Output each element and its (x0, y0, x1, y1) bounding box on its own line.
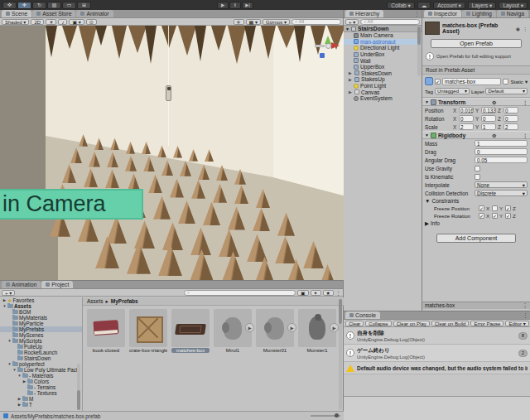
tab-naviga[interactable]: Naviga (497, 10, 528, 17)
gizmos-dropdown[interactable]: Gizmos ▾ (263, 19, 290, 25)
foldout-arrow-icon[interactable]: ▼ (425, 99, 429, 104)
hierarchy-scrollbar[interactable] (417, 27, 421, 76)
hierarchy-item-man-astronaut[interactable]: man-astronaut› (344, 39, 422, 46)
preset-icon[interactable]: ⚙ (492, 133, 496, 138)
console-entry[interactable]: Default audio device was changed, but th… (344, 362, 530, 374)
tab-scene[interactable]: Scene (2, 10, 31, 17)
hierarchy-item-wall[interactable]: Wall (344, 57, 422, 64)
foldout-arrow-icon[interactable]: ▶ (349, 89, 353, 94)
console-button-collapse[interactable]: Collapse (365, 321, 391, 326)
tab-lighting[interactable]: Lighting (462, 10, 496, 17)
checkbox-freeze-rotation-z[interactable]: ✓ (505, 213, 511, 219)
breadcrumb-assets[interactable]: Assets (87, 298, 104, 304)
project-item-book-closed[interactable]: book-closed (87, 309, 125, 412)
foldout-arrow-icon[interactable]: ▶ (2, 298, 7, 302)
transform-scale-z[interactable]: 2 (504, 123, 518, 130)
checkbox-use-gravity[interactable] (475, 166, 480, 171)
project-folder-t[interactable]: ▶T (0, 402, 82, 408)
checkbox-freeze-position-x[interactable]: ✓ (479, 205, 484, 211)
layer-dropdown[interactable]: Default▾ (485, 88, 528, 94)
transform-scale-x[interactable]: 2 (459, 123, 474, 130)
pause-button[interactable]: ‖ (229, 2, 241, 9)
transform-scale-y[interactable]: 1 (481, 123, 496, 130)
play-button[interactable]: ▶ (217, 2, 229, 9)
preview-arrow-icon[interactable]: ▶ (287, 323, 296, 332)
transform-component-header[interactable]: ▼ Transform ⚙ ⋮ (422, 98, 530, 106)
orientation-gizmo[interactable] (315, 32, 343, 60)
hand-tool[interactable]: ✜ (2, 2, 17, 9)
foldout-arrow-icon[interactable]: ▶ (349, 70, 353, 75)
foldout-arrow-icon[interactable]: ▶ (22, 379, 26, 384)
transform-position-x[interactable]: 0.016 (459, 107, 474, 113)
console-entry[interactable]: !自身を削除UnityEngine.Debug:Log(Object)8 (344, 327, 530, 345)
collab-button[interactable]: Collab ▾ (387, 2, 415, 9)
hierarchy-search-input[interactable]: ⌕ All (360, 19, 420, 25)
field-input-mass[interactable]: 1 (475, 140, 528, 147)
account-button[interactable]: Account ▾ (433, 2, 465, 9)
foldout-arrow-icon[interactable]: ▼ (7, 362, 12, 366)
rigidbody-component-header[interactable]: ▼ Rigidbody ⚙ ⋮ (422, 131, 530, 139)
preset-icon[interactable]: ⚙ (492, 99, 496, 105)
foldout-arrow-icon[interactable]: ▼ (17, 374, 22, 378)
dropdown-collision-detection[interactable]: Discrete▾ (475, 190, 528, 196)
search-by-label-icon[interactable]: ✦ (311, 290, 321, 296)
checkbox-freeze-rotation-y[interactable]: ✓ (492, 213, 498, 219)
project-folder-myscripts[interactable]: ▼MyScripts (0, 338, 82, 344)
project-create-button[interactable]: + ▾ (2, 290, 15, 296)
project-item-crate-box-triangle[interactable]: crate-box-triangle (129, 309, 167, 412)
hierarchy-item-stakesdown[interactable]: ▶StakesDown (344, 70, 422, 77)
transform-position-z[interactable]: 0 (504, 107, 518, 113)
foldout-arrow-icon[interactable]: ▼ (12, 368, 17, 372)
console-button-clear-on-build[interactable]: Clear on Build (431, 321, 470, 326)
lighting-toggle-icon[interactable]: ☀ (46, 19, 56, 25)
tab-inspector[interactable]: Inspector (424, 10, 461, 17)
hierarchy-item-main-camera[interactable]: Main Camera (344, 32, 422, 39)
tab-hierarchy[interactable]: Hierarchy (345, 10, 383, 17)
project-folder-pulleup[interactable]: PulleUp (0, 344, 82, 350)
project-item-monster01[interactable]: ▶Monster01 (256, 309, 294, 412)
hierarchy-item-point-light[interactable]: Point Light (344, 83, 422, 89)
favorites-search-icon[interactable]: ★ (323, 290, 334, 296)
rigidbody-info-foldout[interactable]: ▶Info (422, 220, 530, 227)
tool-handle-icon[interactable]: ✛ (234, 19, 244, 25)
foldout-arrow-icon[interactable]: ▼ (345, 27, 349, 31)
grid-toggle-icon[interactable]: ▦ ▾ (246, 19, 261, 25)
transform-rotation-y[interactable]: 0 (481, 115, 496, 122)
checkbox-freeze-position-y[interactable] (492, 205, 498, 211)
transform-rotation-z[interactable]: 0 (504, 115, 518, 122)
project-folder-textures[interactable]: - Textures (0, 390, 82, 396)
shaded-dropdown[interactable]: Shaded ▾ (2, 19, 29, 25)
transform-position-y[interactable]: 0.133 (481, 107, 496, 113)
component-menu-icon[interactable]: ⋮ (523, 133, 528, 138)
field-input-drag[interactable]: 0 (475, 148, 528, 155)
transform-rotation-x[interactable]: 0 (459, 115, 474, 122)
thumbnail-size-slider[interactable] (311, 415, 340, 417)
hierarchy-scene-root[interactable]: ▼ StairsDown (344, 26, 422, 32)
project-item-mirul1[interactable]: ▶Mirul1 (214, 309, 252, 412)
console-entry[interactable]: !ゲーム終わりUnityEngine.Debug:Log(Object)2 (344, 345, 530, 362)
project-menu-icon[interactable]: ⋮ (335, 289, 341, 297)
scale-tool[interactable]: ▧ (47, 2, 61, 9)
console-button-editor[interactable]: Editor ▾ (505, 321, 528, 326)
foldout-arrow-icon[interactable]: ▶ (17, 403, 22, 407)
console-button-error-pause[interactable]: Error Pause (470, 321, 504, 326)
project-folder-m[interactable]: ▶M (0, 396, 82, 402)
astronaut-character[interactable] (166, 85, 171, 101)
hierarchy-item-underbox[interactable]: UnderBox (344, 51, 422, 58)
step-button[interactable]: ▶| (242, 2, 253, 9)
preview-arrow-icon[interactable]: ▶ (245, 323, 254, 332)
console-menu-icon[interactable]: ⋮ (523, 311, 528, 319)
checkbox-freeze-rotation-x[interactable]: ✓ (479, 213, 484, 219)
camera-settings-icon[interactable]: ⊙ (86, 19, 97, 25)
project-folder-rocketlaunch[interactable]: RocketLaunch (0, 350, 82, 355)
foldout-arrow-icon[interactable]: ▶ (17, 397, 22, 401)
dropdown-interpolate[interactable]: None▾ (475, 181, 528, 188)
scene-viewport[interactable]: in Camera (0, 26, 344, 280)
tab-animation[interactable]: Animation (2, 281, 41, 288)
foldout-arrow-icon[interactable]: ▼ (425, 198, 430, 204)
open-prefab-button[interactable]: Open Prefab (431, 39, 522, 48)
field-input-angular-drag[interactable]: 0.05 (475, 157, 528, 163)
asset-bar-menu-icon[interactable]: ⋮ (523, 302, 528, 309)
audio-toggle-icon[interactable]: ♪ (58, 19, 67, 25)
foldout-arrow-icon[interactable]: ▼ (425, 133, 429, 138)
